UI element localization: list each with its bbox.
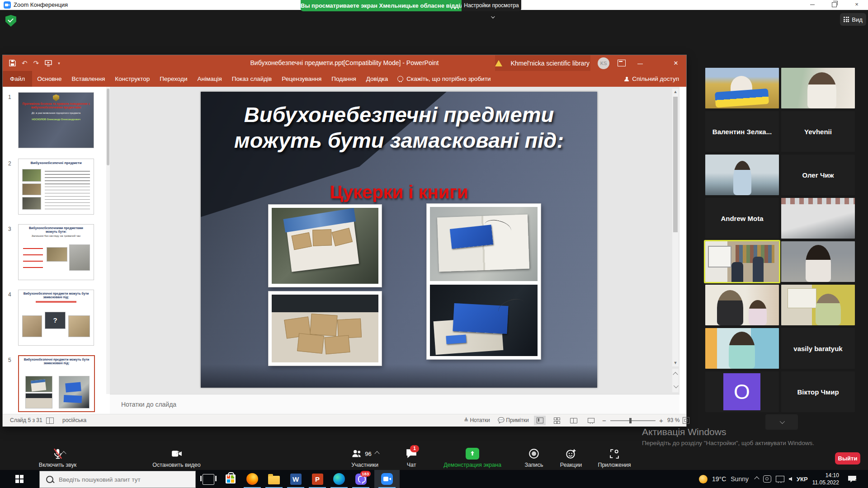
ppt-minimize-button[interactable] <box>634 59 646 67</box>
editor-scrollbar[interactable]: ▲ ▼ <box>672 89 679 366</box>
undo-icon[interactable]: ↶ <box>22 59 28 67</box>
participant-video[interactable] <box>705 68 779 108</box>
tab-view[interactable]: Подання <box>326 71 361 87</box>
tab-home[interactable]: Основне <box>32 71 66 87</box>
language-indicator[interactable]: російська <box>62 414 86 427</box>
view-layout-button[interactable]: Вид <box>840 13 866 26</box>
ribbon-display-options-icon[interactable] <box>618 60 626 66</box>
slide-thumbnail-1[interactable]: Протимінна безпека та правила поводження… <box>18 92 94 148</box>
language-indicator[interactable]: УКР <box>797 476 808 483</box>
participant-video[interactable] <box>705 328 779 369</box>
save-icon[interactable] <box>9 60 16 66</box>
weather-condition[interactable]: Sunny <box>731 475 749 483</box>
zoom-in-button[interactable]: + <box>659 414 663 427</box>
zoom-slider[interactable] <box>610 420 656 421</box>
restore-button[interactable] <box>826 0 842 10</box>
comments-toggle[interactable]: 💬 Примітки <box>498 414 529 427</box>
network-icon[interactable] <box>776 476 784 482</box>
qat-customize-caret[interactable]: ▾ <box>58 61 60 66</box>
search-input[interactable] <box>58 476 186 483</box>
slide-thumbnail-2[interactable]: Вибухонебезпечні предмети <box>18 159 94 215</box>
reactions-button[interactable]: Реакции <box>555 446 587 468</box>
tray-overflow-caret[interactable] <box>754 476 759 481</box>
slide-thumbnail-3[interactable]: Вибухонебезпечними предметами можуть бут… <box>18 224 94 280</box>
leave-button[interactable]: Выйти <box>835 452 860 465</box>
scrollbar-thumb[interactable] <box>673 97 678 232</box>
participant-name-tile[interactable]: Віктор Чмир <box>781 371 855 412</box>
share-screen-button[interactable]: Демонстрация экрана <box>434 446 511 468</box>
notes-pane[interactable]: Нотатки до слайда <box>110 394 679 414</box>
fit-to-window-button[interactable] <box>680 416 692 425</box>
tray-camera-icon[interactable] <box>763 475 771 483</box>
active-speaker-video[interactable] <box>705 241 779 282</box>
taskbar-firefox-icon[interactable] <box>246 473 259 485</box>
view-settings-button[interactable]: Настройки просмотра <box>462 0 521 11</box>
mute-button[interactable]: Включить звук <box>14 446 102 468</box>
taskbar-zoom-icon[interactable] <box>381 473 393 485</box>
tab-review[interactable]: Рецензування <box>277 71 326 87</box>
zoom-out-button[interactable]: − <box>602 414 606 427</box>
scroll-up-arrow[interactable]: ▲ <box>672 89 679 95</box>
tab-transitions[interactable]: Переходи <box>155 71 192 87</box>
tab-insert[interactable]: Вставлення <box>67 71 110 87</box>
scroll-down-arrow[interactable]: ▼ <box>672 360 679 366</box>
zoom-percentage[interactable]: 93 % <box>667 414 679 427</box>
participant-name-tile[interactable]: vasily baratyuk <box>781 328 855 369</box>
participant-video[interactable] <box>705 155 779 195</box>
zoom-slider-handle[interactable] <box>629 418 632 423</box>
slide-thumbnail-4[interactable]: Вибухонебезпечні предмети можуть бути за… <box>18 290 94 346</box>
stop-video-button[interactable]: Остановить видео <box>117 446 236 468</box>
participant-name-tile[interactable]: Andrew Mota <box>705 198 779 239</box>
taskbar-edge-icon[interactable] <box>333 473 345 485</box>
reading-view-button[interactable] <box>568 416 580 425</box>
slide-thumbnail-5-selected[interactable]: Вибухонебезпечні предмети можуть бути за… <box>18 355 95 412</box>
tell-me-box[interactable]: Скажіть, що потрібно зробити <box>397 75 491 82</box>
normal-view-button[interactable] <box>534 416 546 425</box>
slide-canvas[interactable]: Вибухонебезпечні предмети можуть бути за… <box>201 92 597 388</box>
slide-sorter-view-button[interactable] <box>551 416 562 425</box>
ppt-close-button[interactable]: × <box>670 59 682 68</box>
chat-button[interactable]: 1 Чат <box>398 446 425 468</box>
participant-avatar-tile[interactable]: O <box>705 371 779 412</box>
taskbar-word-icon[interactable]: W <box>289 473 302 485</box>
minimize-button[interactable] <box>805 0 820 10</box>
participant-video[interactable] <box>705 285 779 325</box>
weather-temp[interactable]: 19°C <box>712 475 726 483</box>
taskbar-zoom-active-tile[interactable] <box>374 470 400 488</box>
taskbar-search[interactable] <box>39 471 196 488</box>
notification-center-icon[interactable]: 2 <box>848 476 856 483</box>
start-slideshow-icon[interactable] <box>45 60 52 66</box>
next-slide-button[interactable] <box>674 383 679 388</box>
tab-file[interactable]: Файл <box>3 71 32 87</box>
slideshow-view-button[interactable] <box>585 416 597 425</box>
participant-name-tile[interactable]: Олег Чиж <box>781 155 855 195</box>
tab-slideshow[interactable]: Показ слайдів <box>227 71 277 87</box>
redo-icon[interactable]: ↷ <box>33 59 39 67</box>
participant-name-tile[interactable]: Yevhenii <box>781 111 855 152</box>
taskbar-viber-icon[interactable]: 183 <box>354 473 367 485</box>
tab-help[interactable]: Довідка <box>361 71 393 87</box>
more-participants-button[interactable] <box>765 414 798 430</box>
participant-video[interactable] <box>781 68 855 108</box>
tab-design[interactable]: Конструктор <box>110 71 155 87</box>
weather-sun-icon[interactable] <box>699 475 708 483</box>
start-button[interactable] <box>0 470 39 488</box>
participant-video[interactable] <box>781 198 855 239</box>
taskbar-powerpoint-icon[interactable]: P <box>311 473 324 485</box>
notes-toggle[interactable]: ≜ Нотатки <box>464 414 490 427</box>
account-avatar[interactable]: KS <box>598 57 609 69</box>
scrollbar-thumb[interactable] <box>107 89 109 165</box>
taskbar-store-icon[interactable] <box>224 473 237 485</box>
previous-slide-button[interactable] <box>673 372 678 377</box>
task-view-icon[interactable] <box>203 474 214 485</box>
record-button[interactable]: Запись <box>518 446 550 468</box>
taskbar-clock[interactable]: 14:10 11.05.2022 <box>812 472 839 486</box>
taskbar-explorer-icon[interactable] <box>268 473 280 485</box>
apps-button[interactable]: Приложения <box>593 446 636 468</box>
tab-animations[interactable]: Анімація <box>192 71 226 87</box>
participants-button[interactable]: 96 Участники <box>340 446 390 468</box>
share-button[interactable]: Спільний доступ <box>624 71 679 87</box>
thumbnail-scrollbar[interactable] <box>106 87 110 394</box>
participant-name-tile[interactable]: Валентин Зелка... <box>705 111 779 152</box>
participant-video[interactable] <box>781 285 855 325</box>
